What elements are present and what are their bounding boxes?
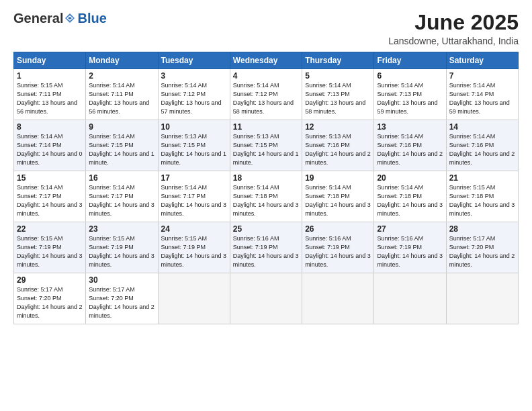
day-cell: 30 Sunrise: 5:17 AMSunset: 7:20 PMDaylig… bbox=[86, 273, 158, 324]
header-row: Sunday Monday Tuesday Wednesday Thursday… bbox=[14, 52, 519, 69]
day-number: 16 bbox=[89, 173, 154, 183]
day-info: Sunrise: 5:14 AMSunset: 7:15 PMDaylight:… bbox=[89, 132, 154, 167]
day-info: Sunrise: 5:14 AMSunset: 7:11 PMDaylight:… bbox=[89, 81, 154, 116]
table-row: 29 Sunrise: 5:17 AMSunset: 7:20 PMDaylig… bbox=[14, 273, 519, 324]
day-cell: 23 Sunrise: 5:15 AMSunset: 7:19 PMDaylig… bbox=[86, 222, 158, 273]
logo-blue: Blue bbox=[77, 11, 106, 26]
logo: General Blue bbox=[13, 11, 107, 26]
day-info: Sunrise: 5:17 AMSunset: 7:20 PMDaylight:… bbox=[89, 285, 154, 320]
day-cell: 22 Sunrise: 5:15 AMSunset: 7:19 PMDaylig… bbox=[14, 222, 86, 273]
day-cell: 29 Sunrise: 5:17 AMSunset: 7:20 PMDaylig… bbox=[14, 273, 86, 324]
day-cell: 12 Sunrise: 5:13 AMSunset: 7:16 PMDaylig… bbox=[302, 120, 374, 171]
day-info: Sunrise: 5:14 AMSunset: 7:12 PMDaylight:… bbox=[161, 81, 227, 116]
day-number: 5 bbox=[305, 71, 371, 81]
day-info: Sunrise: 5:14 AMSunset: 7:18 PMDaylight:… bbox=[233, 183, 299, 218]
day-cell: 21 Sunrise: 5:15 AMSunset: 7:18 PMDaylig… bbox=[446, 171, 518, 222]
page: General Blue June 2025 Lansdowne, Uttara… bbox=[0, 0, 532, 411]
day-number: 6 bbox=[377, 71, 443, 81]
day-info: Sunrise: 5:14 AMSunset: 7:12 PMDaylight:… bbox=[233, 81, 299, 116]
day-info: Sunrise: 5:14 AMSunset: 7:17 PMDaylight:… bbox=[89, 183, 154, 218]
day-number: 30 bbox=[89, 275, 154, 285]
col-friday: Friday bbox=[374, 52, 446, 69]
empty-cell bbox=[302, 273, 374, 324]
day-number: 26 bbox=[305, 224, 371, 234]
day-cell: 10 Sunrise: 5:13 AMSunset: 7:15 PMDaylig… bbox=[158, 120, 230, 171]
day-number: 28 bbox=[449, 224, 515, 234]
logo-icon bbox=[64, 12, 76, 24]
day-info: Sunrise: 5:14 AMSunset: 7:18 PMDaylight:… bbox=[305, 183, 371, 218]
day-number: 24 bbox=[161, 224, 227, 234]
day-number: 17 bbox=[161, 173, 227, 183]
day-cell: 5 Sunrise: 5:14 AMSunset: 7:13 PMDayligh… bbox=[302, 69, 374, 120]
day-info: Sunrise: 5:17 AMSunset: 7:20 PMDaylight:… bbox=[17, 285, 83, 320]
location: Lansdowne, Uttarakhand, India bbox=[388, 36, 519, 46]
day-info: Sunrise: 5:13 AMSunset: 7:15 PMDaylight:… bbox=[233, 132, 299, 167]
day-number: 1 bbox=[17, 71, 83, 81]
title-block: June 2025 Lansdowne, Uttarakhand, India bbox=[388, 11, 519, 46]
calendar-table: Sunday Monday Tuesday Wednesday Thursday… bbox=[13, 52, 519, 324]
col-monday: Monday bbox=[86, 52, 158, 69]
day-info: Sunrise: 5:16 AMSunset: 7:19 PMDaylight:… bbox=[377, 234, 443, 269]
day-cell: 13 Sunrise: 5:14 AMSunset: 7:16 PMDaylig… bbox=[374, 120, 446, 171]
day-info: Sunrise: 5:14 AMSunset: 7:13 PMDaylight:… bbox=[377, 81, 443, 116]
table-row: 8 Sunrise: 5:14 AMSunset: 7:14 PMDayligh… bbox=[14, 120, 519, 171]
day-info: Sunrise: 5:14 AMSunset: 7:13 PMDaylight:… bbox=[305, 81, 371, 116]
day-info: Sunrise: 5:15 AMSunset: 7:18 PMDaylight:… bbox=[449, 183, 515, 218]
day-number: 15 bbox=[17, 173, 83, 183]
day-number: 25 bbox=[233, 224, 299, 234]
day-cell: 15 Sunrise: 5:14 AMSunset: 7:17 PMDaylig… bbox=[14, 171, 86, 222]
day-number: 7 bbox=[449, 71, 515, 81]
day-number: 13 bbox=[377, 122, 443, 132]
day-cell: 26 Sunrise: 5:16 AMSunset: 7:19 PMDaylig… bbox=[302, 222, 374, 273]
day-cell: 28 Sunrise: 5:17 AMSunset: 7:20 PMDaylig… bbox=[446, 222, 518, 273]
day-cell: 16 Sunrise: 5:14 AMSunset: 7:17 PMDaylig… bbox=[86, 171, 158, 222]
day-number: 22 bbox=[17, 224, 83, 234]
day-info: Sunrise: 5:15 AMSunset: 7:19 PMDaylight:… bbox=[17, 234, 83, 269]
day-cell: 4 Sunrise: 5:14 AMSunset: 7:12 PMDayligh… bbox=[230, 69, 302, 120]
empty-cell bbox=[446, 273, 518, 324]
day-number: 20 bbox=[377, 173, 443, 183]
day-cell: 8 Sunrise: 5:14 AMSunset: 7:14 PMDayligh… bbox=[14, 120, 86, 171]
day-cell: 17 Sunrise: 5:14 AMSunset: 7:17 PMDaylig… bbox=[158, 171, 230, 222]
day-number: 29 bbox=[17, 275, 83, 285]
day-cell: 18 Sunrise: 5:14 AMSunset: 7:18 PMDaylig… bbox=[230, 171, 302, 222]
day-cell: 9 Sunrise: 5:14 AMSunset: 7:15 PMDayligh… bbox=[86, 120, 158, 171]
empty-cell bbox=[230, 273, 302, 324]
day-number: 10 bbox=[161, 122, 227, 132]
day-cell: 11 Sunrise: 5:13 AMSunset: 7:15 PMDaylig… bbox=[230, 120, 302, 171]
day-info: Sunrise: 5:16 AMSunset: 7:19 PMDaylight:… bbox=[233, 234, 299, 269]
day-cell: 27 Sunrise: 5:16 AMSunset: 7:19 PMDaylig… bbox=[374, 222, 446, 273]
day-info: Sunrise: 5:13 AMSunset: 7:15 PMDaylight:… bbox=[161, 132, 227, 167]
day-info: Sunrise: 5:13 AMSunset: 7:16 PMDaylight:… bbox=[305, 132, 371, 167]
table-row: 22 Sunrise: 5:15 AMSunset: 7:19 PMDaylig… bbox=[14, 222, 519, 273]
day-cell: 2 Sunrise: 5:14 AMSunset: 7:11 PMDayligh… bbox=[86, 69, 158, 120]
day-info: Sunrise: 5:14 AMSunset: 7:17 PMDaylight:… bbox=[161, 183, 227, 218]
day-cell: 14 Sunrise: 5:14 AMSunset: 7:16 PMDaylig… bbox=[446, 120, 518, 171]
col-sunday: Sunday bbox=[14, 52, 86, 69]
day-info: Sunrise: 5:14 AMSunset: 7:14 PMDaylight:… bbox=[17, 132, 83, 167]
empty-cell bbox=[158, 273, 230, 324]
day-number: 8 bbox=[17, 122, 83, 132]
day-info: Sunrise: 5:15 AMSunset: 7:19 PMDaylight:… bbox=[89, 234, 154, 269]
day-info: Sunrise: 5:14 AMSunset: 7:18 PMDaylight:… bbox=[377, 183, 443, 218]
day-number: 23 bbox=[89, 224, 154, 234]
day-cell: 19 Sunrise: 5:14 AMSunset: 7:18 PMDaylig… bbox=[302, 171, 374, 222]
day-number: 3 bbox=[161, 71, 227, 81]
day-info: Sunrise: 5:15 AMSunset: 7:19 PMDaylight:… bbox=[161, 234, 227, 269]
day-number: 18 bbox=[233, 173, 299, 183]
day-number: 11 bbox=[233, 122, 299, 132]
day-info: Sunrise: 5:14 AMSunset: 7:14 PMDaylight:… bbox=[449, 81, 515, 116]
day-cell: 20 Sunrise: 5:14 AMSunset: 7:18 PMDaylig… bbox=[374, 171, 446, 222]
day-info: Sunrise: 5:14 AMSunset: 7:16 PMDaylight:… bbox=[449, 132, 515, 167]
header: General Blue June 2025 Lansdowne, Uttara… bbox=[13, 11, 519, 46]
day-cell: 25 Sunrise: 5:16 AMSunset: 7:19 PMDaylig… bbox=[230, 222, 302, 273]
day-cell: 24 Sunrise: 5:15 AMSunset: 7:19 PMDaylig… bbox=[158, 222, 230, 273]
day-cell: 3 Sunrise: 5:14 AMSunset: 7:12 PMDayligh… bbox=[158, 69, 230, 120]
day-number: 14 bbox=[449, 122, 515, 132]
empty-cell bbox=[374, 273, 446, 324]
day-number: 2 bbox=[89, 71, 154, 81]
table-row: 1 Sunrise: 5:15 AMSunset: 7:11 PMDayligh… bbox=[14, 69, 519, 120]
col-saturday: Saturday bbox=[446, 52, 518, 69]
day-number: 27 bbox=[377, 224, 443, 234]
day-number: 4 bbox=[233, 71, 299, 81]
